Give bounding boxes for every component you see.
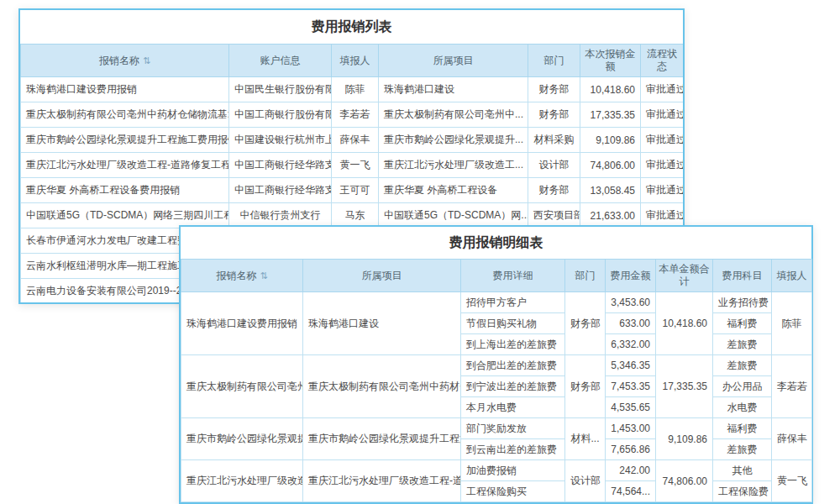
sort-icon[interactable]: ⇅ [260,270,267,282]
total-amount: 10,418.60 [656,292,713,355]
list-col-header-5: 部门 [528,45,580,77]
expense-list-row[interactable]: 重庆江北污水处理厂级改造工程-道路修复工程费用...中国工商银行经华路支行黄一飞… [21,153,684,178]
list-col-label: 账户信息 [260,55,301,66]
expense-detail-body: 珠海鹤港口建设费用报销珠海鹤港口建设招待甲方客户财务部3,453.6010,41… [181,292,812,502]
detail-col-header-1[interactable]: 报销名称⇅ [181,260,303,292]
project-link[interactable]: 中国联通5G（TD-SCDMA）网... [379,203,528,228]
expense-detail-title: 费用报销明细表 [181,227,811,259]
expense-category: 其他 [713,460,772,481]
expense-list-row[interactable]: 中国联通5G（TD-SCDMA）网络三期四川工程费...中信银行贵州支行马东中国… [21,203,684,228]
reporter-link[interactable]: 陈菲 [772,292,812,355]
expense-detail-text: 节假日购买礼物 [461,313,565,334]
detail-col-label: 费用科目 [722,270,763,281]
expense-detail-text: 工程保险购买 [461,481,565,502]
expense-category: 福利费 [713,313,772,334]
project-link[interactable]: 重庆江北污水处理厂级改造工... [379,153,528,178]
expense-amount: 242.00 [606,460,656,481]
project-link[interactable]: 重庆太极制药有限公司亳州中药材仓储物流 [303,355,461,418]
reporter-link[interactable]: 黄一飞 [332,153,379,178]
reimbursement-name-link[interactable]: 重庆江北污水处理厂级改造工程-道路修复工程费用... [21,153,229,178]
reimbursement-name-link[interactable]: 重庆市鹅岭公园绿化景观提升工程施工费用报销 [21,128,229,153]
reimbursement-name-link[interactable]: 重庆太极制药有限公司亳州中药... [181,355,303,418]
expense-category: 差旅费 [713,355,772,376]
reporter-link[interactable]: 陈菲 [332,77,379,102]
expense-list-head: 报销名称⇅账户信息填报人所属项目部门本次报销金额流程状态 [21,45,684,77]
expense-detail-text: 到云南出差的差旅费 [461,439,565,460]
project-link[interactable]: 重庆太极制药有限公司亳州中... [379,102,528,128]
expense-list-row[interactable]: 珠海鹤港口建设费用报销中国民生银行股份有限...陈菲珠海鹤港口建设财务部10,4… [21,77,684,102]
expense-amount: 7,656.86 [606,439,656,460]
reimbursement-name-link[interactable]: 重庆太极制药有限公司亳州中药材仓储物流基地项... [21,102,229,128]
expense-list-row[interactable]: 重庆太极制药有限公司亳州中药材仓储物流基地项...中国工商银行股份有限李若若重庆… [21,102,684,128]
detail-col-header-4: 部门 [565,260,606,292]
expense-amount: 4,535.65 [606,397,656,418]
department: 材料... [565,418,606,460]
status-text: 审批通过 [641,128,684,153]
department: 西安项目部 [528,203,580,228]
reimbursement-name-link[interactable]: 重庆江北污水处理厂级改造工程-... [181,460,303,502]
reporter-link[interactable]: 黄一飞 [772,460,812,502]
reporter-link[interactable]: 薛保丰 [772,418,812,460]
account-info: 中国工商银行经华路支行 [229,178,332,203]
department: 材料采购 [528,128,580,153]
account-info: 中信银行贵州支行 [229,203,332,228]
department: 设计部 [528,153,580,178]
reporter-link[interactable]: 李若若 [332,102,379,128]
expense-category: 差旅费 [713,334,772,355]
detail-col-label: 费用金额 [611,270,651,281]
total-amount: 74,806.00 [656,460,713,502]
list-col-label: 所属项目 [433,55,474,66]
account-info: 中国建设银行杭州市上... [229,128,332,153]
expense-amount: 5,346.35 [606,355,656,376]
list-col-header-7: 流程状态 [641,45,684,77]
reimbursement-name-link[interactable]: 重庆市鹅岭公园绿化景观提升工程... [181,418,303,460]
expense-category: 福利费 [713,418,772,439]
reporter-link[interactable]: 马东 [332,203,379,228]
expense-detail-head: 报销名称⇅所属项目费用详细部门费用金额本单金额合计费用科目填报人 [181,260,812,292]
expense-category: 水电费 [713,397,772,418]
status-text: 审批通过 [641,77,684,102]
expense-detail-panel: 费用报销明细表 报销名称⇅所属项目费用详细部门费用金额本单金额合计费用科目填报人… [179,225,813,504]
status-text: 审批通过 [641,178,684,203]
project-link[interactable]: 珠海鹤港口建设 [303,292,461,355]
amount: 13,058.45 [580,178,641,203]
list-col-header-2: 账户信息 [229,45,332,77]
reimbursement-name-link[interactable]: 珠海鹤港口建设费用报销 [181,292,303,355]
amount: 74,806.00 [580,153,641,178]
project-link[interactable]: 重庆江北污水处理厂级改造工程-道路修复工 [303,460,461,502]
expense-list-title: 费用报销列表 [20,10,683,44]
list-col-header-1[interactable]: 报销名称⇅ [21,45,229,77]
project-link[interactable]: 重庆华夏 外高桥工程设备 [379,178,528,203]
expense-list-row[interactable]: 重庆市鹅岭公园绿化景观提升工程施工费用报销中国建设银行杭州市上...薛保丰重庆市… [21,128,684,153]
sort-icon[interactable]: ⇅ [143,55,150,67]
reporter-link[interactable]: 王可可 [332,178,379,203]
reporter-link[interactable]: 薛保丰 [332,128,379,153]
expense-category: 差旅费 [713,439,772,460]
department: 财务部 [528,77,580,102]
expense-amount: 1,453.00 [606,418,656,439]
expense-amount: 74,564... [606,481,656,502]
expense-category: 办公用品 [713,376,772,397]
expense-detail-row[interactable]: 重庆市鹅岭公园绿化景观提升工程...重庆市鹅岭公园绿化景观提升工程施工部门奖励发… [181,418,812,439]
reporter-link[interactable]: 李若若 [772,355,812,418]
detail-col-header-8: 填报人 [772,260,812,292]
reimbursement-name-link[interactable]: 中国联通5G（TD-SCDMA）网络三期四川工程费... [21,203,229,228]
reimbursement-name-link[interactable]: 珠海鹤港口建设费用报销 [21,77,229,102]
expense-detail-text: 本月水电费 [461,397,565,418]
expense-detail-text: 到上海出差的差旅费 [461,334,565,355]
status-text: 审批通过 [641,203,684,228]
project-link[interactable]: 重庆市鹅岭公园绿化景观提升... [379,128,528,153]
list-col-label: 填报人 [340,55,370,66]
expense-list-row[interactable]: 重庆华夏 外高桥工程设备费用报销中国工商银行经华路支行王可可重庆华夏 外高桥工程… [21,178,684,203]
expense-detail-row[interactable]: 珠海鹤港口建设费用报销珠海鹤港口建设招待甲方客户财务部3,453.6010,41… [181,292,812,313]
list-col-header-6: 本次报销金额 [580,45,641,77]
reimbursement-name-link[interactable]: 重庆华夏 外高桥工程设备费用报销 [21,178,229,203]
project-link[interactable]: 重庆市鹅岭公园绿化景观提升工程施工 [303,418,461,460]
expense-category: 业务招待费 [713,292,772,313]
expense-detail-row[interactable]: 重庆太极制药有限公司亳州中药...重庆太极制药有限公司亳州中药材仓储物流到合肥出… [181,355,812,376]
detail-col-label: 本单金额合计 [659,263,710,287]
list-col-label: 本次报销金额 [585,48,636,72]
project-link[interactable]: 珠海鹤港口建设 [379,77,528,102]
expense-detail-row[interactable]: 重庆江北污水处理厂级改造工程-...重庆江北污水处理厂级改造工程-道路修复工加油… [181,460,812,481]
expense-detail-table: 报销名称⇅所属项目费用详细部门费用金额本单金额合计费用科目填报人 珠海鹤港口建设… [181,259,812,502]
